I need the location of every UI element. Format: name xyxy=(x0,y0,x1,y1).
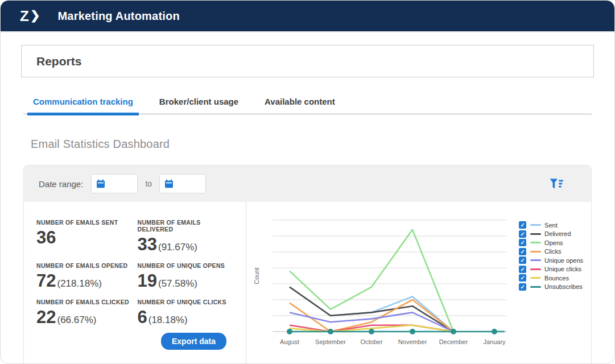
tab-bar: Communication tracking Broker/client usa… xyxy=(23,92,592,115)
top-navigation-bar: Z❯ Marketing Automation xyxy=(1,1,614,32)
stat-value: 19 xyxy=(138,271,157,291)
export-data-button[interactable]: Export data xyxy=(161,333,226,350)
legend-swatch xyxy=(530,224,541,226)
email-statistics-panel: Date range: to xyxy=(23,165,592,364)
legend-item-unsubscribes[interactable]: ✓Unsubscribes xyxy=(519,283,583,291)
y-axis-label: Count xyxy=(253,267,260,284)
x-axis-label: January xyxy=(483,338,506,345)
stat-emails-sent: NUMBER OF EMAILS SENT 36 xyxy=(36,219,131,254)
stat-unique-clicks: NUMBER OF UNIQUE CLICKS 6(18.18%) xyxy=(138,299,232,327)
legend-item-sent[interactable]: ✓Sent xyxy=(519,221,583,229)
x-axis-label: October xyxy=(360,338,382,345)
legend-checkbox-icon[interactable]: ✓ xyxy=(519,283,526,291)
legend-checkbox-icon[interactable]: ✓ xyxy=(519,266,526,273)
stat-emails-delivered: NUMBER OF EMAILS DELIVERED 33(91.67%) xyxy=(138,219,232,254)
stat-value: 6 xyxy=(138,308,147,327)
stat-value: 72 xyxy=(36,271,56,291)
legend-swatch xyxy=(530,286,541,288)
stat-percentage: (66.67%) xyxy=(57,315,96,326)
app-logo: Z❯ xyxy=(20,7,41,25)
stat-label: NUMBER OF EMAILS DELIVERED xyxy=(138,219,232,233)
stat-percentage: (18.18%) xyxy=(148,315,188,326)
stat-value: 22 xyxy=(36,308,56,327)
stat-value: 33 xyxy=(138,235,157,254)
x-axis-label: December xyxy=(439,338,468,345)
line-chart: AugustSeptemberOctoberNovemberDecemberJa… xyxy=(253,217,519,352)
stat-percentage: (91.67%) xyxy=(158,242,197,253)
stat-emails-opened: NUMBER OF EMAILS OPENED 72(218.18%) xyxy=(36,262,131,291)
stat-value: 36 xyxy=(36,228,56,247)
stat-emails-clicked: NUMBER OF EMAILS CLICKED 22(66.67%) xyxy=(36,299,131,327)
legend-swatch xyxy=(530,277,541,279)
legend-swatch xyxy=(530,233,541,235)
page-title: Reports xyxy=(36,55,81,68)
x-axis-label: September xyxy=(315,338,346,345)
x-axis-label: August xyxy=(280,338,299,345)
legend-item-opens[interactable]: ✓Opens xyxy=(519,239,583,246)
legend-item-clicks[interactable]: ✓Clicks xyxy=(519,248,583,255)
chart-legend: ✓Sent✓Delivered✓Opens✓Clicks✓Unique open… xyxy=(519,221,583,291)
date-filter-bar: Date range: to xyxy=(24,166,591,202)
legend-label: Opens xyxy=(544,239,563,246)
legend-swatch xyxy=(530,251,541,253)
legend-checkbox-icon[interactable]: ✓ xyxy=(519,239,526,246)
stat-label: NUMBER OF EMAILS OPENED xyxy=(36,262,131,269)
stat-label: NUMBER OF EMAILS CLICKED xyxy=(36,299,131,305)
date-from-field[interactable] xyxy=(91,174,138,193)
reports-header-box: Reports xyxy=(21,45,594,77)
legend-swatch xyxy=(530,242,541,243)
stat-label: NUMBER OF EMAILS SENT xyxy=(36,219,131,226)
section-title: Email Statistics Dashboard xyxy=(31,138,614,151)
legend-swatch xyxy=(530,268,541,270)
to-label: to xyxy=(145,179,152,188)
legend-swatch xyxy=(530,259,541,261)
tab-broker-client-usage[interactable]: Broker/client usage xyxy=(154,92,244,113)
logo-chevron-icon: ❯ xyxy=(30,9,41,22)
legend-checkbox-icon[interactable]: ✓ xyxy=(519,248,526,255)
stat-label: NUMBER OF UNIQUE CLICKS xyxy=(138,299,232,305)
legend-checkbox-icon[interactable]: ✓ xyxy=(519,230,526,238)
calendar-icon xyxy=(164,179,174,188)
tab-available-content[interactable]: Available content xyxy=(259,92,341,113)
date-from-input[interactable] xyxy=(109,180,136,188)
stat-percentage: (218.18%) xyxy=(57,278,101,289)
legend-label: Clicks xyxy=(544,248,561,255)
filter-icon[interactable] xyxy=(549,178,576,190)
legend-item-delivered[interactable]: ✓Delivered xyxy=(519,230,583,238)
email-stats-chart-pane: AugustSeptemberOctoberNovemberDecemberJa… xyxy=(246,202,591,364)
legend-label: Delivered xyxy=(544,230,571,237)
app-title: Marketing Automation xyxy=(58,10,180,23)
legend-label: Bounces xyxy=(544,275,569,282)
stats-grid: NUMBER OF EMAILS SENT 36 NUMBER OF EMAIL… xyxy=(36,219,232,327)
stat-percentage: (57.58%) xyxy=(158,278,197,289)
legend-label: Sent xyxy=(544,222,558,229)
x-axis-label: November xyxy=(398,338,427,345)
stat-label: NUMBER OF UNIQUE OPENS xyxy=(138,262,232,269)
legend-checkbox-icon[interactable]: ✓ xyxy=(519,274,526,282)
date-range-label: Date range: xyxy=(39,179,83,189)
legend-checkbox-icon[interactable]: ✓ xyxy=(519,257,526,264)
legend-item-unique-opens[interactable]: ✓Unique opens xyxy=(519,257,583,264)
email-stats-pane: NUMBER OF EMAILS SENT 36 NUMBER OF EMAIL… xyxy=(24,202,246,364)
date-to-input[interactable] xyxy=(177,180,204,188)
app-window: Z❯ Marketing Automation Reports Communic… xyxy=(0,0,615,364)
stat-unique-opens: NUMBER OF UNIQUE OPENS 19(57.58%) xyxy=(138,262,232,291)
legend-label: Unique clicks xyxy=(544,266,581,272)
legend-label: Unsubscribes xyxy=(544,283,583,290)
calendar-icon xyxy=(96,179,105,188)
legend-checkbox-icon[interactable]: ✓ xyxy=(519,221,526,229)
dashboard-content: NUMBER OF EMAILS SENT 36 NUMBER OF EMAIL… xyxy=(24,202,591,364)
logo-z-mark: Z xyxy=(20,7,30,25)
legend-item-unique-clicks[interactable]: ✓Unique clicks xyxy=(519,266,583,273)
tab-communication-tracking[interactable]: Communication tracking xyxy=(27,92,139,113)
date-to-field[interactable] xyxy=(159,174,206,193)
legend-label: Unique opens xyxy=(544,257,583,264)
legend-item-bounces[interactable]: ✓Bounces xyxy=(519,274,583,282)
